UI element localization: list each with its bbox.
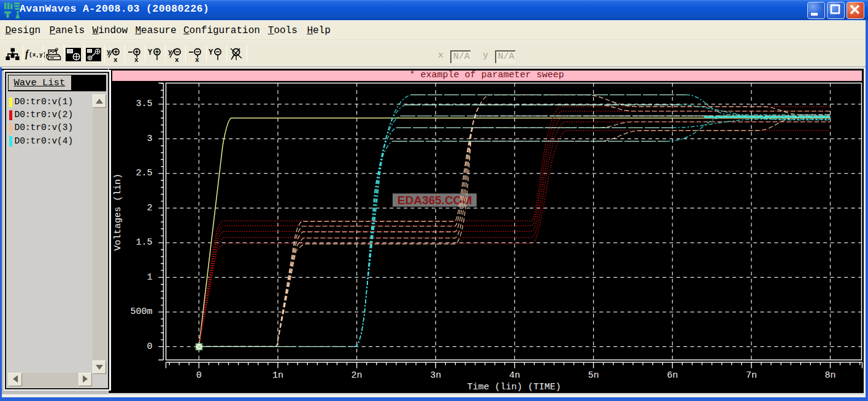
svg-text:Time (lin) (TIME): Time (lin) (TIME) xyxy=(467,382,561,392)
svg-text:3.5: 3.5 xyxy=(136,99,152,109)
svg-text:1n: 1n xyxy=(272,370,283,381)
svg-text:2n: 2n xyxy=(351,370,363,381)
svg-text:3n: 3n xyxy=(430,370,441,381)
svg-text:0: 0 xyxy=(196,370,202,381)
svg-text:5n: 5n xyxy=(588,370,599,381)
svg-text:0: 0 xyxy=(147,342,152,352)
svg-text:2.5: 2.5 xyxy=(136,168,152,178)
svg-text:1.5: 1.5 xyxy=(136,237,152,248)
svg-text:Voltages (lin): Voltages (lin) xyxy=(113,174,123,251)
svg-text:3: 3 xyxy=(147,134,152,144)
svg-text:4n: 4n xyxy=(509,370,520,381)
svg-text:8n: 8n xyxy=(824,370,835,381)
svg-text:500m: 500m xyxy=(130,307,152,317)
svg-text:7n: 7n xyxy=(746,370,757,381)
svg-text:1: 1 xyxy=(147,272,152,283)
svg-text:6n: 6n xyxy=(667,370,678,381)
svg-text:2: 2 xyxy=(147,203,152,213)
